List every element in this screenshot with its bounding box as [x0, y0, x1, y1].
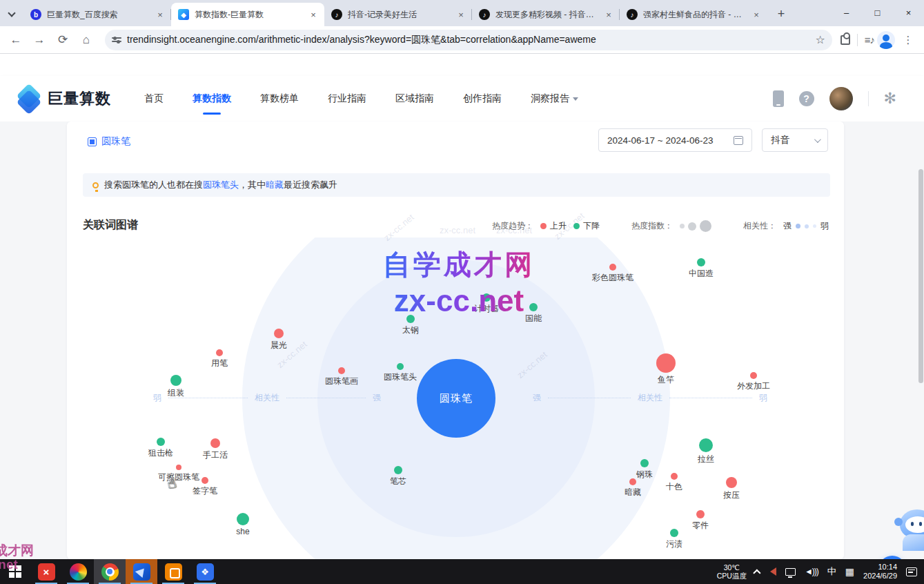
nav-item-创作指南[interactable]: 创作指南 [463, 87, 502, 110]
insight-banner: 搜索圆珠笔的人也都在搜圆珠笔头，其中暗藏最近搜索飙升 [83, 173, 830, 197]
up-node-dot [656, 353, 676, 373]
browser-menu-icon[interactable]: ⋮ [898, 30, 918, 50]
main-nav: 首页算数指数算数榜单行业指南区域指南创作指南洞察报告 [144, 87, 578, 110]
platform-select[interactable]: 抖音 [762, 128, 828, 152]
back-button[interactable]: ← [6, 30, 26, 50]
bulb-icon [92, 182, 99, 188]
toolbar-divider [857, 34, 858, 46]
page-scrollbar[interactable] [918, 169, 923, 383]
size-dot-small [680, 224, 685, 228]
node-label: 圆珠笔画 [325, 376, 358, 387]
corr-dot-2 [805, 224, 809, 228]
app-red-x[interactable]: × [30, 559, 62, 584]
down-node-dot [670, 529, 678, 537]
up-node-dot [609, 264, 616, 271]
nav-item-算数榜单[interactable]: 算数榜单 [260, 87, 299, 110]
caret-down-icon [573, 97, 578, 101]
chart-title: 关联词图谱 [83, 218, 138, 233]
clock-widget[interactable]: 10:14 2024/6/29 [863, 563, 897, 581]
app-orange-camera[interactable] [157, 559, 189, 584]
site-header: 巨量算数 首页算数指数算数榜单行业指南区域指南创作指南洞察报告 ? ✻ [0, 76, 924, 121]
network-icon[interactable] [785, 568, 796, 576]
app-blue-editor[interactable]: ❖ [189, 559, 221, 584]
touch-keyboard-icon[interactable]: ▦ [845, 566, 854, 577]
tab-close-icon[interactable]: × [455, 9, 466, 20]
home-button[interactable]: ⌂ [76, 30, 97, 50]
tab-close-icon[interactable]: × [308, 9, 319, 20]
reload-button[interactable]: ⟳ [52, 30, 73, 50]
header-actions: ? ✻ [773, 87, 896, 110]
down-node-dot [699, 438, 713, 452]
up-node-dot [210, 438, 220, 448]
minimize-button[interactable]: – [831, 0, 862, 25]
user-avatar[interactable] [829, 87, 853, 110]
tab-title: 发现更多精彩视频 - 抖音搜索 [495, 9, 598, 21]
node-label: 晨光 [271, 340, 287, 351]
browser-tab[interactable]: ♪抖音-记录美好生活× [324, 3, 472, 26]
node-label: 狙击枪 [148, 447, 173, 459]
side-panel-icon[interactable]: ≡♪ [865, 34, 874, 46]
rising-word-link[interactable]: 暗藏 [266, 179, 284, 190]
forward-button[interactable]: → [29, 30, 50, 50]
nav-item-算数指数[interactable]: 算数指数 [193, 87, 231, 110]
down-node-dot [397, 363, 404, 370]
app-color-wheel[interactable] [62, 559, 94, 584]
down-node-dot [482, 293, 491, 302]
date-range-picker[interactable]: 2024-06-17 ~ 2024-06-23 [598, 128, 752, 152]
node-label: 外发加工 [737, 380, 770, 392]
mascot-robot[interactable] [896, 504, 924, 549]
system-tray: 30℃ CPU温度 ◄))) 中 ▦ 10:14 2024/6/29 [717, 563, 924, 581]
ime-indicator[interactable]: 中 [827, 565, 836, 578]
legend-correlation-scale: 强 弱 [783, 220, 829, 232]
douyin-favicon: ♪ [479, 9, 490, 20]
nav-item-区域指南[interactable]: 区域指南 [395, 87, 434, 110]
window-controls: – □ × [831, 0, 924, 26]
site-logo[interactable]: 巨量算数 [17, 87, 111, 110]
close-button[interactable]: × [893, 0, 924, 25]
nav-item-行业指南[interactable]: 行业指南 [328, 87, 366, 110]
analysis-card: 圆珠笔 2024-06-17 ~ 2024-06-23 抖音 搜索圆珠笔的人也都… [67, 121, 844, 559]
tab-list-chevron-icon[interactable] [0, 3, 23, 26]
notification-center-icon[interactable] [906, 567, 917, 576]
legend-trend-label: 热度趋势： [492, 220, 533, 232]
new-tab-button[interactable]: + [771, 4, 791, 23]
volcengine-icon[interactable]: ✻ [884, 90, 896, 108]
browser-tab[interactable]: b巨量算数_百度搜索× [23, 3, 171, 26]
tab-close-icon[interactable]: × [603, 9, 614, 20]
header-divider [868, 91, 869, 106]
bookmark-star-icon[interactable]: ☆ [815, 33, 825, 46]
cpu-temp-widget[interactable]: 30℃ CPU温度 [717, 563, 747, 580]
down-node-dot [157, 438, 165, 446]
browser-tab[interactable]: ♪发现更多精彩视频 - 抖音搜索× [472, 3, 620, 26]
app-blue-pointer[interactable] [126, 559, 157, 584]
tab-close-icon[interactable]: × [155, 9, 166, 20]
node-label: 按压 [723, 489, 740, 501]
node-label: 零件 [692, 520, 709, 532]
help-icon[interactable]: ? [799, 91, 814, 106]
center-keyword-bubble[interactable]: 圆珠笔 [417, 359, 495, 438]
tab-strip: b巨量算数_百度搜索×◆算数指数-巨量算数×♪抖音-记录美好生活×♪发现更多精彩… [0, 0, 924, 26]
extensions-icon[interactable] [841, 35, 850, 45]
nav-item-洞察报告[interactable]: 洞察报告 [531, 87, 578, 110]
site-settings-icon[interactable] [112, 37, 121, 42]
keyword-chip[interactable]: 圆珠笔 [88, 135, 130, 148]
nav-item-首页[interactable]: 首页 [144, 87, 164, 110]
browser-profile-avatar[interactable] [877, 31, 895, 49]
related-word-link[interactable]: 圆珠笔头 [203, 179, 239, 190]
mobile-app-icon[interactable] [773, 90, 784, 107]
app-chrome[interactable] [94, 559, 126, 584]
maximize-button[interactable]: □ [862, 0, 893, 25]
browser-toolbar: ← → ⟳ ⌂ trendinsight.oceanengine.com/ari… [0, 26, 924, 54]
ocean-favicon: ◆ [178, 9, 189, 20]
tray-expand-icon[interactable] [753, 569, 760, 576]
tab-close-icon[interactable]: × [751, 9, 762, 20]
browser-tab[interactable]: ♪强家村生鲜食品的抖音 - 抖音× [620, 3, 767, 26]
url-text[interactable]: trendinsight.oceanengine.com/arithmetic-… [127, 34, 809, 46]
browser-tab[interactable]: ◆算数指数-巨量算数× [171, 3, 324, 26]
volume-icon[interactable]: ◄))) [805, 567, 818, 576]
keyword-checkbox[interactable] [88, 137, 97, 146]
node-label: 中国造 [689, 268, 714, 280]
address-bar[interactable]: trendinsight.oceanengine.com/arithmetic-… [105, 30, 832, 50]
up-node-dot [338, 367, 345, 374]
muted-speaker-icon[interactable] [770, 567, 776, 576]
